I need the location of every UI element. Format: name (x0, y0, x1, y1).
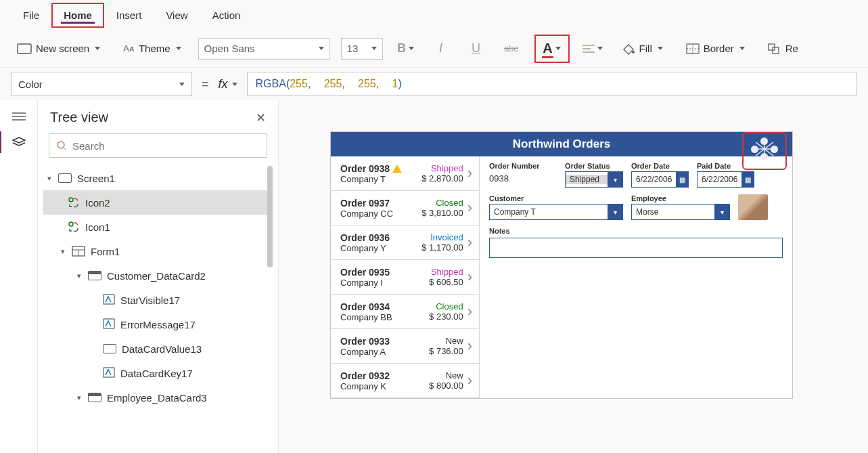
formula-input[interactable]: RGBA(255, 255, 255, 1) (247, 72, 857, 96)
customer-dropdown[interactable]: Company T ▾ (489, 204, 623, 220)
svg-rect-21 (104, 319, 114, 328)
collapse-icon[interactable]: ▾ (60, 247, 66, 256)
tree-node-employee-datacard[interactable]: ▾ Employee_DataCard3 (43, 385, 270, 410)
order-item-title: Order 0934 (340, 301, 429, 312)
tree-node-icon1[interactable]: Icon1 (43, 215, 270, 239)
chevron-down-icon (409, 47, 414, 50)
layers-icon (12, 136, 26, 148)
tree-node-icon2[interactable]: Icon2 (43, 190, 270, 215)
align-button[interactable] (580, 38, 605, 60)
chevron-right-icon: › (467, 234, 472, 251)
font-size-combo[interactable]: 13 (341, 38, 383, 60)
screen-icon (58, 173, 72, 183)
sync-icon (751, 137, 778, 160)
fx-button[interactable]: fx (219, 77, 237, 91)
tab-view[interactable]: View (154, 3, 200, 28)
order-list-item[interactable]: Order 0935Company IShipped$ 606.50› (331, 260, 479, 295)
order-item-status: Closed (421, 198, 463, 208)
close-panel-button[interactable]: ✕ (256, 110, 266, 125)
order-item-status: Shipped (421, 163, 463, 173)
tree-node-label: Customer_DataCard2 (107, 270, 206, 282)
tree-node-screen1[interactable]: ▾ Screen1 (43, 166, 270, 190)
fx-icon: fx (219, 77, 228, 91)
hamburger-button[interactable] (9, 110, 28, 123)
reorder-icon (768, 43, 781, 54)
reorder-button[interactable]: Re (762, 38, 799, 59)
tree-node-starvisible[interactable]: StarVisible17 (43, 288, 270, 312)
order-status-dropdown[interactable]: Shipped ▾ (565, 171, 623, 188)
label-icon (103, 294, 115, 306)
svg-point-13 (58, 142, 64, 148)
tree-search-box[interactable] (49, 133, 267, 158)
notes-input[interactable] (489, 238, 783, 258)
tree-search-input[interactable] (72, 140, 260, 152)
paid-date-picker[interactable]: 6/22/2006 ▦ (697, 171, 754, 188)
font-size-value: 13 (347, 43, 359, 54)
bold-button[interactable]: B (394, 38, 418, 60)
tab-home[interactable]: Home (51, 3, 104, 28)
tree-node-form1[interactable]: ▾ Form1 (43, 239, 270, 263)
font-color-button[interactable]: A (534, 35, 570, 63)
employee-dropdown[interactable]: Morse ▾ (631, 204, 730, 220)
order-item-title: Order 0938 (340, 163, 421, 174)
order-item-amount: $ 800.00 (429, 381, 463, 391)
property-value: Color (18, 79, 43, 90)
order-item-title: Order 0933 (340, 336, 429, 347)
svg-rect-20 (104, 295, 114, 304)
equals-sign: = (202, 77, 209, 91)
new-screen-label: New screen (36, 43, 89, 54)
tree-view-button[interactable] (9, 135, 28, 149)
order-list-item[interactable]: Order 0933Company ANew$ 736.00› (331, 329, 479, 364)
tree-scrollbar[interactable] (267, 166, 273, 267)
border-button[interactable]: Border (680, 38, 751, 59)
tab-insert[interactable]: Insert (104, 3, 154, 28)
collapse-icon[interactable]: ▾ (76, 272, 83, 280)
tree-node-datacardvalue[interactable]: DataCardValue13 (43, 337, 270, 361)
collapse-icon[interactable]: ▾ (46, 174, 53, 183)
underline-button[interactable]: U (464, 38, 488, 60)
strikethrough-button[interactable]: abc (499, 38, 524, 60)
chevron-right-icon: › (467, 337, 472, 355)
order-list-item[interactable]: Order 0934Company BBClosed$ 230.00› (331, 295, 479, 329)
fill-icon (622, 43, 635, 55)
collapse-icon[interactable]: ▾ (76, 393, 83, 402)
order-item-company: Company A (340, 347, 429, 357)
order-item-status: Closed (429, 301, 463, 311)
order-item-company: Company BB (340, 312, 429, 322)
selected-control-handles[interactable] (742, 132, 787, 170)
font-family-value: Open Sans (204, 43, 255, 54)
border-label: Border (704, 43, 734, 54)
tab-file[interactable]: File (11, 3, 51, 28)
tree-node-datacardkey[interactable]: DataCardKey17 (43, 361, 270, 385)
tree-node-label: Icon1 (85, 221, 110, 233)
new-screen-button[interactable]: New screen (11, 38, 106, 59)
tab-action[interactable]: Action (200, 3, 253, 28)
chevron-down-icon (658, 47, 663, 50)
tree-list: ▾ Screen1 Icon2 Icon1 ▾ Form1 ▾ Customer… (43, 166, 273, 453)
tree-node-customer-datacard[interactable]: ▾ Customer_DataCard2 (43, 263, 270, 288)
italic-button[interactable]: I (429, 38, 453, 60)
tree-node-errormessage[interactable]: ErrorMessage17 (43, 312, 270, 337)
datacard-icon (88, 271, 101, 280)
employee-avatar (738, 194, 768, 220)
order-list-item[interactable]: Order 0937Company CCClosed$ 3,810.00› (331, 191, 479, 225)
order-date-picker[interactable]: 6/22/2006 ▦ (631, 171, 689, 188)
fill-button[interactable]: Fill (616, 38, 669, 60)
order-item-amount: $ 1,170.00 (421, 242, 463, 253)
tree-node-label: Form1 (91, 246, 120, 257)
chevron-right-icon: › (467, 199, 472, 217)
order-item-company: Company T (340, 174, 421, 184)
order-list-item[interactable]: Order 0936Company YInvoiced$ 1,170.00› (331, 225, 479, 260)
property-selector[interactable]: Color (11, 72, 192, 96)
theme-button[interactable]: Aᴀ Theme (117, 38, 187, 59)
order-list-item[interactable]: Order 0932Company KNew$ 800.00› (331, 364, 479, 398)
order-list-item[interactable]: Order 0938Company TShipped$ 2,870.00› (331, 156, 479, 191)
order-number-label: Order Number (489, 162, 557, 170)
order-status-label: Order Status (565, 162, 623, 170)
warning-icon (392, 165, 402, 173)
label-icon (103, 367, 115, 379)
svg-point-4 (632, 51, 635, 53)
font-family-combo[interactable]: Open Sans (198, 38, 330, 60)
ribbon-toolbar: New screen Aᴀ Theme Open Sans 13 B I U a… (0, 30, 868, 68)
chevron-right-icon: › (467, 268, 472, 286)
